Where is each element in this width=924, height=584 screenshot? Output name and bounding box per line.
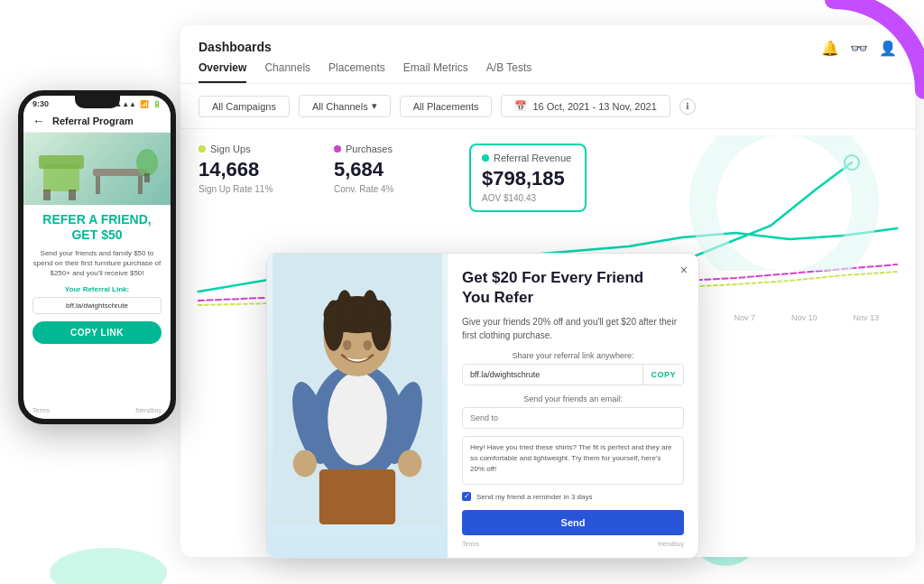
chart-label-2: Nov 10 <box>791 313 818 322</box>
popup-link-row: COPY <box>462 364 684 385</box>
phone-status-icons: ▲▲▲ 📶 🔋 <box>115 100 162 108</box>
phone-hero <box>23 133 171 205</box>
popup-close-btn[interactable]: × <box>680 263 688 277</box>
svg-rect-3 <box>39 155 84 169</box>
popup-title: Get $20 For Every Friend You Refer <box>462 268 670 308</box>
popup-footer-brand: friendbuy <box>658 541 684 547</box>
tab-channels[interactable]: Channels <box>264 61 310 83</box>
tab-ab-tests[interactable]: A/B Tests <box>486 61 531 83</box>
tab-email-metrics[interactable]: Email Metrics <box>403 61 468 83</box>
revenue-dot <box>482 154 489 162</box>
svg-point-13 <box>328 372 387 465</box>
popup-email-input[interactable] <box>462 407 684 429</box>
svg-rect-5 <box>69 190 76 200</box>
phone-screen: 9:30 ▲▲▲ 📶 🔋 ← Referral Program <box>23 96 171 419</box>
phone-time: 9:30 <box>32 99 49 108</box>
svg-rect-10 <box>144 173 150 182</box>
svg-point-25 <box>398 450 421 477</box>
phone-header: ← Referral Program <box>23 110 171 133</box>
green-chart-decoration <box>671 135 897 271</box>
stat-signups: Sign Ups 14,668 Sign Up Rate 11% <box>199 144 316 194</box>
popup-referral-link-input[interactable] <box>463 365 642 385</box>
info-icon[interactable]: ℹ <box>679 98 696 115</box>
referral-popup: × Get $20 For Every Friend You Refer Giv… <box>266 253 699 559</box>
signups-value: 14,668 <box>199 158 316 181</box>
placements-filter[interactable]: All Placements <box>400 96 493 117</box>
popup-person-area <box>267 254 448 558</box>
phone-referral-label: Your Referral Link: <box>32 285 162 293</box>
revenue-value: $798,185 <box>482 167 574 190</box>
phone-refer-desc: Send your friends and family $50 to spen… <box>32 248 162 279</box>
popup-checkbox-label: Send my friend a reminder in 3 days <box>476 493 593 501</box>
tab-placements[interactable]: Placements <box>328 61 385 83</box>
signups-dot <box>199 145 206 153</box>
back-icon[interactable]: ← <box>32 114 45 128</box>
popup-right: × Get $20 For Every Friend You Refer Giv… <box>448 254 698 558</box>
purchases-sub: Conv. Rate 4% <box>334 184 451 194</box>
revenue-label: Referral Revenue <box>494 153 571 163</box>
svg-rect-28 <box>362 477 392 524</box>
svg-rect-7 <box>96 176 100 194</box>
phone-refer-title: REFER A FRIEND, GET $50 <box>32 212 162 243</box>
phone-footer-terms[interactable]: Terms <box>32 407 50 413</box>
stat-purchases: Purchases 5,684 Conv. Rate 4% <box>334 144 451 194</box>
campaigns-filter[interactable]: All Campaigns <box>199 96 290 117</box>
svg-rect-8 <box>138 176 143 194</box>
popup-message-area[interactable]: Hey! Have you tried these shirts? The fi… <box>462 436 684 485</box>
phone-notch <box>75 96 120 108</box>
svg-point-18 <box>337 290 354 332</box>
svg-point-9 <box>136 149 158 176</box>
svg-point-1 <box>703 135 865 271</box>
svg-point-19 <box>362 290 379 332</box>
tab-overview[interactable]: Overview <box>199 61 246 83</box>
calendar-icon: 📅 <box>514 100 527 112</box>
phone-footer-brand: friendbuy <box>135 407 162 413</box>
svg-point-21 <box>364 340 372 350</box>
date-filter[interactable]: 📅 16 Oct, 2021 - 13 Nov, 2021 <box>501 95 670 117</box>
channels-filter[interactable]: All Channels ▾ <box>299 95 391 117</box>
purchases-value: 5,684 <box>334 158 451 181</box>
signups-sub: Sign Up Rate 11% <box>199 184 316 194</box>
phone-hero-image <box>23 133 171 205</box>
popup-copy-button[interactable]: COPY <box>642 365 683 385</box>
purchases-dot <box>334 145 341 153</box>
popup-checkbox-row: ✓ Send my friend a reminder in 3 days <box>462 492 684 501</box>
bg-blob-green-bottom <box>50 548 167 584</box>
revenue-sub: AOV $140.43 <box>482 193 574 203</box>
signups-label: Sign Ups <box>210 144 251 154</box>
popup-send-button[interactable]: Send <box>462 510 684 535</box>
popup-footer: Terms friendbuy <box>462 541 684 547</box>
phone-referral-input[interactable]: bff.la/dwightschrute <box>32 297 162 314</box>
popup-email-label: Send your friends an email: <box>462 394 684 403</box>
person-illustration <box>267 254 448 524</box>
popup-footer-terms[interactable]: Terms <box>462 541 479 547</box>
popup-share-label: Share your referral link anywhere: <box>462 351 684 360</box>
popup-checkbox[interactable]: ✓ <box>462 492 471 501</box>
furniture-illustration <box>34 137 161 200</box>
stat-revenue: Referral Revenue $798,185 AOV $140.43 <box>469 144 587 212</box>
popup-description: Give your friends 20% off and you'll get… <box>462 315 684 342</box>
chart-label-3: Nov 13 <box>853 313 879 322</box>
phone-mockup: 9:30 ▲▲▲ 📶 🔋 ← Referral Program <box>18 90 176 424</box>
purchases-label: Purchases <box>346 144 393 154</box>
svg-point-20 <box>343 340 351 350</box>
phone-content: REFER A FRIEND, GET $50 Send your friend… <box>23 205 171 403</box>
chart-label-1: Nov 7 <box>734 313 755 322</box>
phone-title: Referral Program <box>52 116 134 126</box>
svg-point-24 <box>293 450 317 477</box>
phone-copy-btn[interactable]: COPY LINK <box>32 321 162 344</box>
phone-footer: Terms friendbuy <box>23 403 171 419</box>
svg-rect-4 <box>43 190 51 200</box>
svg-rect-27 <box>324 477 354 524</box>
